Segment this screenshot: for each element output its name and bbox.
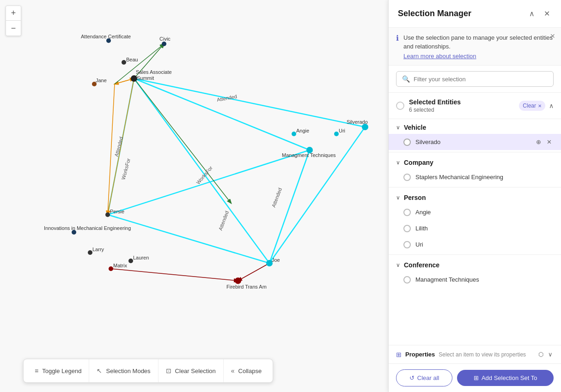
entity-uri[interactable]: Uri ✕	[389, 236, 561, 253]
graph-svg: Attended Attended WorksFor WorksFor Atte…	[0, 0, 388, 351]
zoom-in-button[interactable]: +	[6, 6, 21, 21]
angie-name: Angie	[415, 209, 540, 216]
entity-angie[interactable]: Angie ✕	[389, 204, 561, 220]
panel-title: Selection Manager	[398, 9, 471, 18]
divider-2	[389, 187, 561, 187]
toggle-legend-item[interactable]: ≡ Toggle Legend	[27, 359, 89, 382]
info-link[interactable]: Learn more about selection	[403, 53, 554, 60]
svg-text:WorksFor: WorksFor	[120, 157, 131, 180]
info-close-button[interactable]: ✕	[550, 32, 555, 40]
svg-point-48	[128, 259, 133, 263]
panel-header: Selection Manager ∧ ✕	[389, 0, 561, 28]
category-company-header[interactable]: ∨ Company	[389, 154, 561, 169]
clear-all-button[interactable]: ↺ Clear all	[396, 369, 452, 386]
clear-selection-item[interactable]: ⊡ Clear Selection	[159, 359, 224, 382]
entity-lilith[interactable]: Lilith ✕	[389, 220, 561, 236]
silverado-actions: ⊕ ✕	[534, 138, 554, 146]
svg-text:Silverado: Silverado	[347, 119, 368, 125]
panel-collapse-button[interactable]: ∧	[527, 7, 537, 20]
info-close-icon: ✕	[550, 32, 555, 40]
svg-text:Sales Associate: Sales Associate	[136, 69, 172, 75]
selected-entities-title: Selected Entities	[409, 98, 519, 106]
bottom-toolbar: ≡ Toggle Legend ↖ Selection Modes ⊡ Clea…	[23, 359, 273, 383]
info-icon: ℹ	[396, 34, 399, 42]
clear-x-icon: ✕	[538, 103, 542, 109]
company-category-name: Company	[404, 159, 433, 166]
company-chevron-icon: ∨	[396, 159, 400, 166]
panel-close-button[interactable]: ✕	[542, 7, 552, 20]
selection-modes-item[interactable]: ↖ Selection Modes	[89, 359, 158, 382]
toggle-legend-icon: ≡	[35, 367, 38, 374]
clear-badge[interactable]: Clear ✕	[519, 101, 545, 111]
svg-text:Jane: Jane	[96, 78, 107, 83]
entity-list: ∨ Vehicle Silverado ⊕ ✕ ∨	[389, 119, 561, 345]
filter-input-wrapper: 🔍	[396, 71, 554, 87]
svg-point-38	[292, 132, 296, 136]
svg-text:Lauren: Lauren	[133, 255, 149, 260]
svg-text:Persie: Persie	[110, 209, 124, 214]
properties-collapse-button[interactable]: ∨	[547, 350, 554, 359]
managment-remove-button[interactable]: ✕	[545, 275, 554, 284]
collapse-item[interactable]: « Collapse	[224, 359, 269, 382]
angie-remove-button[interactable]: ✕	[545, 208, 554, 217]
lilith-remove-button[interactable]: ✕	[545, 224, 554, 233]
category-vehicle-header[interactable]: ∨ Vehicle	[389, 119, 561, 134]
svg-point-46	[88, 250, 92, 255]
svg-text:Firebird Trans Am: Firebird Trans Am	[226, 284, 267, 289]
filter-input[interactable]	[414, 76, 548, 83]
selected-entities-info: Selected Entities 6 selected	[409, 98, 519, 113]
selected-entities-collapse-button[interactable]: ∧	[549, 102, 554, 109]
staplers-name: Staplers Mechanical Engineering	[415, 174, 540, 181]
lilith-dot	[403, 225, 411, 232]
category-person-header[interactable]: ∨ Person	[389, 189, 561, 204]
collapse-label: Collapse	[238, 368, 262, 374]
collapse-up-icon: ∧	[549, 102, 554, 109]
add-selection-icon: ⊞	[474, 374, 479, 381]
uri-remove-button[interactable]: ✕	[545, 240, 554, 249]
properties-hint: Select an item to view its properties	[439, 351, 534, 358]
clear-all-icon: ↺	[409, 374, 415, 381]
graph-canvas[interactable]: Attended Attended WorksFor WorksFor Atte…	[0, 0, 388, 392]
svg-line-4	[269, 127, 365, 263]
search-icon: 🔍	[402, 75, 410, 83]
panel-header-actions: ∧ ✕	[527, 7, 552, 20]
person-chevron-icon: ∨	[396, 194, 400, 201]
staplers-remove-button[interactable]: ✕	[545, 173, 554, 181]
selected-count: 6 selected	[409, 107, 519, 113]
svg-text:Matrix: Matrix	[113, 263, 127, 268]
properties-external-button[interactable]: ⬡	[537, 350, 544, 359]
svg-text:Attendance Certificate: Attendance Certificate	[81, 34, 131, 39]
add-selection-set-button[interactable]: ⊞ Add Selection Set To	[457, 370, 554, 386]
clear-selection-label: Clear Selection	[175, 368, 216, 374]
category-company: ∨ Company Staplers Mechanical Engineerin…	[389, 154, 561, 185]
svg-point-36	[334, 132, 339, 136]
person-category-name: Person	[404, 194, 426, 201]
silverado-focus-button[interactable]: ⊕	[534, 138, 543, 146]
collapse-icon: «	[231, 367, 235, 374]
svg-text:Attended: Attended	[218, 210, 230, 231]
svg-point-54	[235, 277, 241, 284]
filter-container: 🔍	[389, 66, 561, 93]
svg-text:Uri: Uri	[339, 128, 345, 133]
entity-staplers[interactable]: Staplers Mechanical Engineering ✕	[389, 169, 561, 185]
svg-text:Larry: Larry	[92, 247, 104, 252]
divider-3	[389, 254, 561, 255]
entity-managment-techniques[interactable]: Managment Techniques ✕	[389, 271, 561, 288]
svg-text:Summit: Summit	[137, 75, 154, 81]
focus-icon: ⊕	[536, 139, 541, 145]
silverado-remove-button[interactable]: ✕	[545, 138, 554, 146]
add-selection-label: Add Selection Set To	[482, 374, 537, 381]
silverado-dot	[403, 139, 411, 146]
category-conference-header[interactable]: ∨ Conference	[389, 257, 561, 271]
svg-point-50	[109, 266, 113, 271]
zoom-out-button[interactable]: −	[6, 21, 21, 36]
lilith-name: Lilith	[415, 225, 540, 232]
svg-point-34	[362, 124, 368, 130]
svg-line-6	[108, 150, 310, 215]
properties-section: ⊞ Properties Select an item to view its …	[389, 345, 561, 363]
angie-dot	[403, 209, 411, 216]
svg-text:Attended: Attended	[216, 94, 237, 103]
remove-icon: ✕	[547, 174, 552, 181]
entity-silverado[interactable]: Silverado ⊕ ✕	[389, 134, 561, 150]
svg-text:Innovations in Mechanical Engi: Innovations in Mechanical Engineering	[44, 225, 131, 231]
